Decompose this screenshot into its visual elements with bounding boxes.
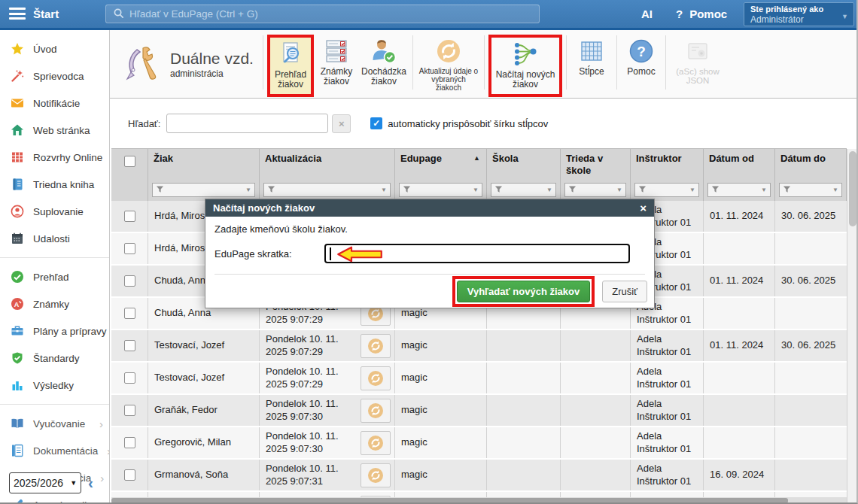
account-menu[interactable]: Ste prihlásený ako Administrátor ▼ bbox=[744, 2, 854, 26]
row-refresh-button[interactable] bbox=[361, 399, 391, 423]
clear-search-button[interactable]: × bbox=[332, 114, 351, 133]
toolbar-button-nacitaj-novych-ziakov[interactable]: Načítaj nových žiakov bbox=[488, 35, 562, 98]
cell-datum-do bbox=[775, 460, 847, 490]
vertical-scrollbar-thumb[interactable] bbox=[849, 151, 856, 226]
sidebar-item-vyucovanie[interactable]: Vyučovanie› bbox=[0, 410, 109, 437]
help-button[interactable]: ? Pomoc bbox=[676, 8, 727, 20]
column-header-datum-do[interactable]: Dátum do bbox=[775, 149, 847, 181]
toolbar-button-znamky-ziakov[interactable]: Známky žiakov bbox=[314, 35, 359, 90]
chevron-right-icon: › bbox=[100, 472, 104, 484]
select-all-checkbox[interactable] bbox=[124, 156, 135, 167]
sidebar-item-plany-a-pripravy[interactable]: Plány a prípravy bbox=[0, 317, 109, 345]
cell-datum-od bbox=[704, 298, 775, 329]
cell-datum-od bbox=[704, 395, 775, 426]
sidebar-item-vysledky[interactable]: Výsledky bbox=[0, 372, 109, 399]
sidebar-item-sprievodca[interactable]: Sprievodca bbox=[0, 62, 109, 90]
menu-icon[interactable] bbox=[9, 8, 26, 20]
classbook-icon bbox=[11, 178, 24, 191]
toolbar-button-dochadzka-ziakov[interactable]: Dochádzka žiakov bbox=[359, 35, 409, 90]
column-header-ziak[interactable]: Žiak bbox=[148, 149, 260, 181]
sidebar-item-web-stranka[interactable]: Web stránka bbox=[0, 117, 109, 144]
cell-ziak: Testovací, Jozef bbox=[148, 363, 260, 393]
row-refresh-button[interactable] bbox=[361, 366, 391, 390]
column-filter-ziak[interactable]: ▼ bbox=[152, 183, 255, 197]
column-filter-trieda-v-skole[interactable]: ▼ bbox=[564, 183, 626, 197]
sidebar-item-triedna-kniha[interactable]: Triedna kniha bbox=[0, 171, 109, 198]
filter-funnel-icon bbox=[156, 184, 164, 196]
start-button[interactable]: Štart bbox=[33, 8, 59, 20]
horizontal-scrollbar[interactable] bbox=[111, 497, 847, 504]
row-checkbox[interactable] bbox=[124, 243, 135, 254]
sidebar-item-label: Notifikácie bbox=[33, 98, 80, 109]
toolbar-separator bbox=[665, 35, 666, 90]
chevron-down-icon: ▼ bbox=[70, 479, 77, 487]
page-title-block: Duálne vzd. administrácia bbox=[170, 50, 254, 79]
grades-circle-icon: A bbox=[11, 297, 24, 311]
sidebar-item-znamky[interactable]: AZnámky bbox=[0, 290, 109, 317]
refresh-selected-icon bbox=[435, 37, 462, 65]
sidebar-item-udalosti[interactable]: Udalosti bbox=[0, 225, 109, 252]
column-filter-datum-do[interactable]: ▼ bbox=[779, 183, 842, 197]
sidebar-item-suplovanie[interactable]: Suplovanie bbox=[0, 198, 109, 225]
edupage-shortcut-input[interactable] bbox=[324, 244, 630, 263]
column-header-skola[interactable]: Škola bbox=[487, 149, 561, 181]
column-filter-edupage[interactable]: ▼ bbox=[399, 183, 482, 197]
cell-datum-do bbox=[775, 363, 847, 393]
toolbar-button-aktualizuj-udaje-o-vybranych-ziakoch[interactable]: Aktualizuj údaje o vybraných žiakoch bbox=[417, 35, 480, 95]
sidebar-item-notifikacie[interactable]: Notifikácie bbox=[0, 90, 109, 117]
sidebar-item-uvod[interactable]: Úvod bbox=[0, 35, 109, 62]
toolbar-button-prehlad-ziakov[interactable]: Prehľad žiakov bbox=[267, 35, 314, 98]
vertical-scrollbar[interactable] bbox=[847, 149, 858, 504]
students-grades-icon bbox=[323, 37, 350, 65]
row-refresh-button[interactable] bbox=[361, 463, 391, 487]
ai-button[interactable]: AI bbox=[641, 8, 653, 20]
sidebar-item-label: Suplovanie bbox=[33, 206, 84, 217]
search-new-students-button[interactable]: Vyhľadať nových žiakov bbox=[457, 281, 590, 302]
row-checkbox[interactable] bbox=[124, 437, 135, 448]
toolbar-button-stlpce[interactable]: Stĺpce bbox=[570, 35, 613, 79]
cell-instruktor: Adela Inštruktor 01 bbox=[631, 460, 704, 490]
row-checkbox[interactable] bbox=[124, 211, 135, 222]
cell-instruktor: Adela Inštruktor 01 bbox=[631, 395, 704, 426]
horizontal-scrollbar-thumb[interactable] bbox=[111, 498, 788, 503]
column-header-instruktor[interactable]: Inštruktor bbox=[631, 149, 704, 181]
sidebar-item-standardy[interactable]: Štandardy bbox=[0, 345, 109, 372]
sidebar-item-dokumentacia[interactable]: Dokumentácia› bbox=[0, 437, 109, 464]
global-search-input[interactable]: Hľadať v EduPage (Ctrl + G) bbox=[105, 5, 540, 23]
mail-icon bbox=[11, 96, 24, 110]
school-year-select[interactable]: 2025/2026 ▼ bbox=[9, 472, 81, 493]
cancel-button[interactable]: Zrušiť bbox=[602, 281, 647, 302]
cell-aktualizacia: Pondelok 10. 11. 2025 9:07:30 bbox=[260, 395, 395, 426]
row-checkbox[interactable] bbox=[124, 405, 135, 416]
cell-trieda-v-skole bbox=[561, 460, 631, 490]
briefcase-icon bbox=[11, 324, 24, 338]
row-checkbox[interactable] bbox=[124, 275, 135, 287]
row-checkbox[interactable] bbox=[124, 372, 135, 384]
row-checkbox[interactable] bbox=[124, 469, 135, 481]
row-refresh-button[interactable] bbox=[361, 334, 391, 358]
cell-datum-od: 16. 09. 2024 bbox=[704, 460, 775, 490]
book-icon bbox=[11, 417, 24, 430]
table-search-input[interactable] bbox=[166, 114, 328, 133]
column-header-trieda-v-skole[interactable]: Trieda v škole bbox=[561, 149, 631, 181]
pencil-icon bbox=[11, 498, 24, 504]
column-filter-aktualizacia[interactable]: ▼ bbox=[263, 183, 391, 197]
column-filter-instruktor[interactable]: ▼ bbox=[634, 183, 699, 197]
row-checkbox[interactable] bbox=[124, 340, 135, 351]
collapse-sidebar-button[interactable]: ‹ bbox=[88, 474, 93, 492]
sidebar-item-prehlad[interactable]: Prehľad bbox=[0, 263, 109, 290]
autofit-columns-checkbox[interactable]: ✓ automaticky prispôsobiť šírku stĺpcov bbox=[370, 117, 548, 129]
sidebar-item-rozvrhy-online[interactable]: Rozvrhy Online bbox=[0, 144, 109, 171]
cell-datum-od: 01. 11. 2024 bbox=[704, 266, 775, 296]
close-icon[interactable]: × bbox=[640, 202, 647, 214]
column-header-edupage[interactable]: Edupage▲ bbox=[395, 149, 487, 181]
sidebar-item-label: Plány a prípravy bbox=[33, 326, 107, 337]
row-checkbox[interactable] bbox=[124, 308, 135, 319]
logged-in-as-label: Ste prihlásený ako bbox=[750, 5, 847, 14]
column-filter-datum-od[interactable]: ▼ bbox=[707, 183, 771, 197]
column-header-datum-od[interactable]: Dátum od bbox=[704, 149, 775, 181]
row-refresh-button[interactable] bbox=[361, 431, 391, 455]
column-filter-skola[interactable]: ▼ bbox=[491, 183, 556, 197]
column-header-aktualizacia[interactable]: Aktualizácia bbox=[260, 149, 395, 181]
toolbar-button-pomoc[interactable]: ?Pomoc bbox=[621, 35, 662, 79]
